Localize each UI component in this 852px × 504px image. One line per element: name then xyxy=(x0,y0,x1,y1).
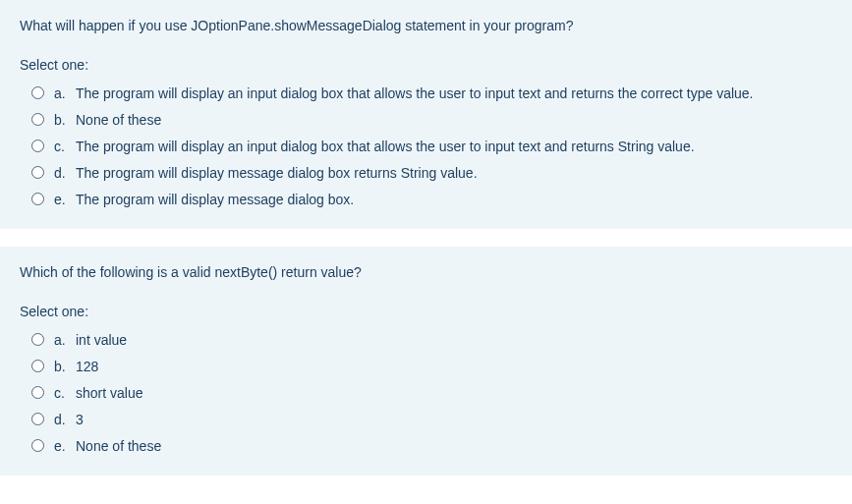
option-row: e. The program will display message dial… xyxy=(31,187,832,213)
option-text: The program will display an input dialog… xyxy=(76,84,754,104)
option-text: 128 xyxy=(76,357,98,377)
option-row: c. The program will display an input dia… xyxy=(31,134,832,160)
radio-button[interactable] xyxy=(31,193,44,205)
radio-button[interactable] xyxy=(31,113,44,126)
option-row: b. 128 xyxy=(31,354,832,380)
option-row: a. int value xyxy=(31,327,832,354)
option-text: int value xyxy=(76,330,127,351)
radio-button[interactable] xyxy=(31,86,44,99)
option-text: The program will display message dialog … xyxy=(76,163,478,184)
option-row: e. None of these xyxy=(31,433,832,460)
option-letter: c. xyxy=(54,137,76,157)
option-letter: a. xyxy=(54,330,76,351)
option-letter: b. xyxy=(54,357,76,377)
option-letter: a. xyxy=(54,84,76,104)
option-row: d. 3 xyxy=(31,407,832,433)
radio-button[interactable] xyxy=(31,333,44,346)
question-block-2: Which of the following is a valid nextBy… xyxy=(0,247,852,476)
select-one-label: Select one: xyxy=(20,304,832,319)
option-letter: d. xyxy=(54,163,76,184)
options-list: a. The program will display an input dia… xyxy=(20,81,832,213)
option-row: b. None of these xyxy=(31,107,832,134)
option-text: The program will display an input dialog… xyxy=(76,137,695,157)
option-letter: e. xyxy=(54,436,76,457)
option-letter: b. xyxy=(54,110,76,131)
options-list: a. int value b. 128 c. short value d. 3 … xyxy=(20,327,832,460)
option-letter: d. xyxy=(54,410,76,430)
radio-button[interactable] xyxy=(31,360,44,372)
question-text: Which of the following is a valid nextBy… xyxy=(20,264,832,280)
option-row: c. short value xyxy=(31,380,832,407)
option-text: None of these xyxy=(76,436,161,457)
option-text: The program will display message dialog … xyxy=(76,190,354,210)
option-row: d. The program will display message dial… xyxy=(31,160,832,187)
option-text: short value xyxy=(76,383,142,404)
option-row: a. The program will display an input dia… xyxy=(31,81,832,107)
option-text: None of these xyxy=(76,110,161,131)
radio-button[interactable] xyxy=(31,166,44,179)
option-text: 3 xyxy=(76,410,84,430)
radio-button[interactable] xyxy=(31,439,44,452)
option-letter: c. xyxy=(54,383,76,404)
radio-button[interactable] xyxy=(31,413,44,425)
question-block-1: What will happen if you use JOptionPane.… xyxy=(0,0,852,229)
radio-button[interactable] xyxy=(31,140,44,152)
radio-button[interactable] xyxy=(31,386,44,399)
option-letter: e. xyxy=(54,190,76,210)
select-one-label: Select one: xyxy=(20,57,832,73)
question-text: What will happen if you use JOptionPane.… xyxy=(20,18,832,33)
